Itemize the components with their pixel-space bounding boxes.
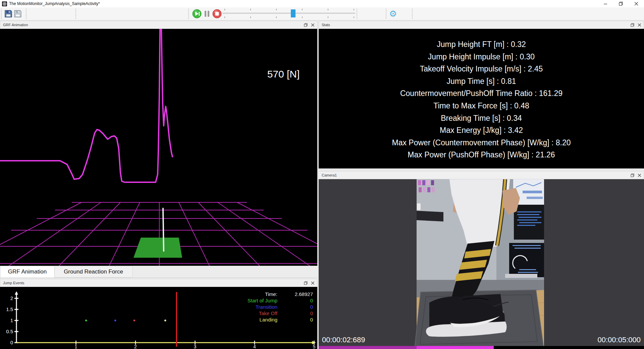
close-button[interactable] xyxy=(629,0,644,7)
table-edge xyxy=(417,211,443,221)
toolbar: ⚙ xyxy=(0,7,644,20)
toolbar-separator xyxy=(412,9,413,19)
progress-segment xyxy=(417,346,494,349)
close-pane-icon[interactable] xyxy=(637,23,642,27)
close-pane-icon[interactable] xyxy=(637,173,642,178)
title-bar: The MotionMonitor_JumpAnalysis_SampleAct… xyxy=(0,0,644,7)
save-as-button[interactable] xyxy=(13,9,22,18)
jump-events-legend: Time: 2.68927 Start of Jump0Transition0T… xyxy=(248,291,313,323)
force-value-label: 570 [N] xyxy=(255,68,312,80)
minimize-button[interactable] xyxy=(598,0,613,7)
stats-list: Jump Height FT [m] : 0.32Jump Height Imp… xyxy=(319,29,644,161)
slider-tick xyxy=(224,9,225,10)
toolbar-separator xyxy=(188,9,189,19)
stats-line: Jump Height FT [m] : 0.32 xyxy=(319,38,644,51)
video-time-current: 00:00:02:689 xyxy=(322,336,365,344)
camera-video xyxy=(415,179,544,349)
event-count: 0 xyxy=(277,304,313,310)
float-pane-icon[interactable] xyxy=(630,23,635,27)
event-count: 0 xyxy=(277,310,313,316)
view-tabbar: GRF Animation Ground Reaction Force xyxy=(0,266,317,278)
slider-tick xyxy=(328,16,328,18)
toolbar-separator xyxy=(357,9,357,19)
stats-panel-title: Stats xyxy=(322,23,330,27)
stats-line: Max Power (PushOff Phase) [W/kg] : 21.26 xyxy=(319,149,644,161)
event-label: Landing xyxy=(260,316,277,323)
slider-tick xyxy=(250,9,251,10)
close-pane-icon[interactable] xyxy=(311,23,315,27)
slider-tick xyxy=(354,16,354,18)
timeline-slider-track[interactable] xyxy=(222,13,355,14)
cup xyxy=(417,203,421,210)
toolbar-separator xyxy=(386,9,386,19)
settings-button[interactable]: ⚙ xyxy=(389,9,397,18)
time-label: Time: xyxy=(265,291,277,297)
stats-line: Time to Max Force [s] : 0.48 xyxy=(319,100,644,112)
toolbar-separator xyxy=(1,9,2,19)
video-progress-bar[interactable] xyxy=(319,346,644,349)
floppy-save-icon xyxy=(4,9,13,18)
video-time-total: 00:00:05:000 xyxy=(598,336,641,344)
camera-view: 00:00:02:689 00:00:05:000 xyxy=(319,179,644,349)
toolbar-separator xyxy=(75,9,76,19)
time-value: 2.68927 xyxy=(277,291,313,297)
slider-tick xyxy=(276,16,277,18)
banner-base xyxy=(505,274,537,278)
stats-line: Max Energy [J/kg] : 3.42 xyxy=(319,124,644,137)
slider-tick xyxy=(276,9,277,10)
svg-text:3: 3 xyxy=(194,344,197,349)
time-row: Time: 2.68927 xyxy=(248,291,313,297)
svg-text:0.5: 0.5 xyxy=(6,329,13,334)
slider-tick xyxy=(328,9,328,10)
svg-text:1: 1 xyxy=(10,317,13,323)
float-pane-icon[interactable] xyxy=(304,281,308,285)
gear-icon: ⚙ xyxy=(389,9,397,18)
float-pane-icon[interactable] xyxy=(630,173,635,178)
grf-panel-title: GRF Animation xyxy=(3,23,28,27)
float-pane-icon[interactable] xyxy=(304,23,308,27)
slider-tick xyxy=(224,16,225,18)
grf-canvas xyxy=(0,29,317,266)
svg-text:2: 2 xyxy=(134,344,137,349)
slider-tick xyxy=(302,16,303,18)
event-label: Start of Jump xyxy=(248,297,277,304)
window-title: The MotionMonitor_JumpAnalysis_SampleAct… xyxy=(9,1,100,6)
stats-line: Breaking Time [s] : 0.34 xyxy=(319,112,644,124)
svg-text:1.5: 1.5 xyxy=(6,306,13,312)
jump-events-panel-header: Jump Events xyxy=(0,279,317,287)
slider-tick xyxy=(354,9,354,10)
svg-text:1: 1 xyxy=(75,344,77,349)
stats-line: Jump Height Impulse [m] : 0.30 xyxy=(319,51,644,63)
timeline-slider-handle[interactable] xyxy=(291,9,296,17)
restore-button[interactable] xyxy=(613,0,629,7)
jump-event-legend-row: Take Off0 xyxy=(248,310,313,316)
jump-event-legend-row: Landing0 xyxy=(248,316,313,323)
event-count: 0 xyxy=(277,297,313,304)
tab-ground-reaction-force[interactable]: Ground Reaction Force xyxy=(55,266,132,278)
stats-line: Takeoff Velocity Impulse [m/s] : 2.45 xyxy=(319,63,644,75)
play-button[interactable] xyxy=(192,9,202,18)
close-pane-icon[interactable] xyxy=(311,281,315,285)
svg-text:2: 2 xyxy=(10,295,13,301)
stats-panel: Jump Height FT [m] : 0.32Jump Height Imp… xyxy=(319,29,644,168)
camera-video-frame xyxy=(319,179,644,349)
record-stop-icon xyxy=(212,9,222,18)
save-button[interactable] xyxy=(4,9,13,18)
jump-events-panel-title: Jump Events xyxy=(3,281,24,285)
jump-events-chart: 21.510.5012345 Time: 2.68927 Start of Ju… xyxy=(0,287,317,349)
grf-panel-header: GRF Animation xyxy=(0,21,317,29)
record-button[interactable] xyxy=(212,9,222,18)
svg-text:0: 0 xyxy=(10,340,13,345)
stats-line: Max Power (Countermovement Phase) [W/kg]… xyxy=(319,137,644,149)
event-label: Transition xyxy=(256,304,277,310)
event-count: 0 xyxy=(277,316,313,323)
stats-line: Countermovement/PushOff Time Ratio : 161… xyxy=(319,87,644,100)
jump-event-legend-row: Start of Jump0 xyxy=(248,297,313,304)
jump-event-legend-row: Transition0 xyxy=(248,304,313,310)
grf-3d-view: 570 [N] xyxy=(0,29,317,266)
tab-grf-animation[interactable]: GRF Animation xyxy=(0,266,55,278)
pause-button[interactable] xyxy=(203,10,211,17)
slider-tick xyxy=(302,9,303,10)
pause-icon xyxy=(203,10,211,17)
svg-text:4: 4 xyxy=(253,344,256,349)
